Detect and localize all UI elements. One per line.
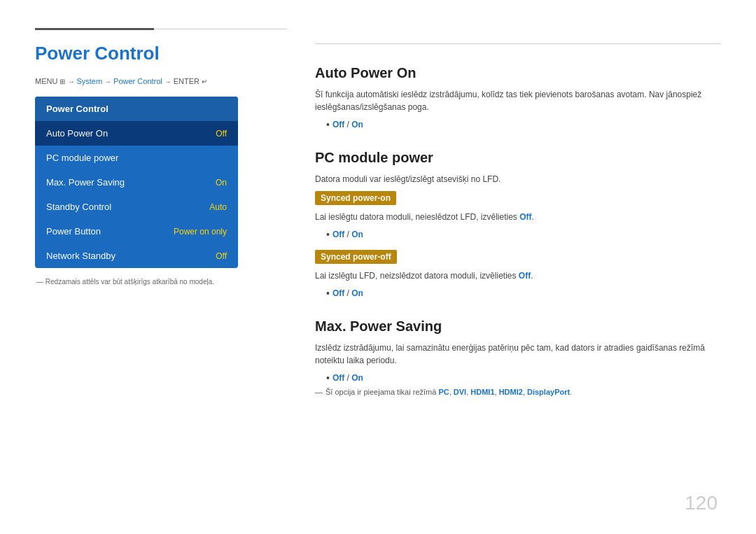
menu-item-label-power-button: Power Button — [46, 226, 101, 237]
page-title: Power Control — [35, 43, 287, 64]
menu-item-pc-module-power[interactable]: PC module power — [35, 146, 238, 170]
off-on-synced-off: Off / On — [332, 288, 363, 298]
menu-item-standby-control[interactable]: Standby Control Auto — [35, 195, 238, 219]
synced-power-on-badge: Synced power-on — [315, 191, 396, 205]
section-auto-power-on: Auto Power On Šī funkcija automātiski ie… — [315, 65, 721, 130]
section-pc-module-power: PC module power Datora moduli var ieslēg… — [315, 150, 721, 299]
section-max-power-saving: Max. Power Saving Izslēdz izstrādājumu, … — [315, 318, 721, 396]
synced-power-off-badge: Synced power-off — [315, 250, 397, 264]
menu-item-value-network-standby: Off — [216, 251, 227, 261]
synced-power-off-desc: Lai izslēgtu LFD, neizslēdzot datora mod… — [315, 269, 721, 282]
top-line-right — [315, 43, 721, 44]
page-number: 120 — [685, 492, 718, 514]
menu-item-value-max-power: On — [216, 178, 227, 188]
synced-power-on-desc: Lai ieslēgtu datora moduli, neieslēdzot … — [315, 211, 721, 223]
right-column: Auto Power On Šī funkcija automātiski ie… — [315, 28, 721, 513]
menu-item-value-power-button: Power on only — [174, 227, 227, 237]
bc-arrow1: → — [67, 78, 74, 85]
menu-item-network-standby[interactable]: Network Standby Off — [35, 244, 238, 268]
section-title-max-power: Max. Power Saving — [315, 318, 721, 335]
off-on-max-power: Off / On — [332, 373, 363, 383]
bc-arrow2: → — [104, 78, 111, 85]
section-title-pc-module: PC module power — [315, 150, 721, 166]
menu-item-value-standby: Auto — [209, 202, 227, 212]
breadcrumb: MENU ⊞ → System → Power Control → ENTER … — [35, 77, 287, 85]
bc-enter-icon: ↵ — [202, 78, 207, 85]
bc-menu-icon: ⊞ — [59, 78, 65, 85]
bc-arrow3: → — [164, 78, 172, 85]
menu-item-label-max-power: Max. Power Saving — [46, 177, 125, 188]
bc-menu: MENU — [35, 77, 57, 85]
bc-power-control: Power Control — [113, 77, 162, 85]
menu-item-auto-power-on[interactable]: Auto Power On Off — [35, 121, 238, 146]
bc-enter: ENTER — [174, 77, 200, 85]
top-decorative-line — [35, 28, 287, 30]
menu-item-value-auto-power-on: Off — [216, 129, 227, 139]
footnote-text: Redzamais attēls var būt atšķirīgs atkar… — [35, 278, 287, 286]
max-power-note: Šī opcija ir pieejama tikai režīmā PC, D… — [315, 388, 721, 396]
menu-item-label-pc-module: PC module power — [46, 153, 118, 163]
section-desc-auto-power-on: Šī funkcija automātiski ieslēdz izstrādā… — [315, 88, 721, 113]
menu-item-label-network-standby: Network Standby — [46, 251, 115, 261]
synced-power-on-group: Synced power-on Lai ieslēgtu datora modu… — [315, 191, 721, 240]
menu-item-label-auto-power-on: Auto Power On — [46, 128, 108, 139]
bullet-auto-power-on: Off / On — [326, 119, 721, 130]
left-column: Power Control MENU ⊞ → System → Power Co… — [35, 28, 287, 513]
bullet-synced-power-on: Off / On — [326, 229, 721, 240]
bullet-max-power: Off / On — [326, 372, 721, 384]
menu-panel: Power Control Auto Power On Off PC modul… — [35, 97, 238, 268]
bullet-synced-power-off: Off / On — [326, 288, 721, 299]
menu-item-power-button[interactable]: Power Button Power on only — [35, 219, 238, 244]
menu-item-max-power-saving[interactable]: Max. Power Saving On — [35, 170, 238, 195]
off-on-synced-on: Off / On — [332, 230, 363, 239]
section-title-auto-power-on: Auto Power On — [315, 65, 721, 81]
menu-item-label-standby: Standby Control — [46, 202, 111, 212]
section-desc-max-power: Izslēdz izstrādājumu, lai samazinātu ene… — [315, 342, 721, 367]
menu-panel-header: Power Control — [35, 97, 238, 121]
synced-power-off-group: Synced power-off Lai izslēgtu LFD, neizs… — [315, 250, 721, 299]
note-text: Šī opcija ir pieejama tikai režīmā PC, D… — [326, 388, 572, 396]
section-desc-pc-module: Datora moduli var ieslēgt/izslēgt atsevi… — [315, 173, 721, 185]
bc-system: System — [76, 77, 102, 85]
off-text: Off / On — [332, 120, 363, 129]
